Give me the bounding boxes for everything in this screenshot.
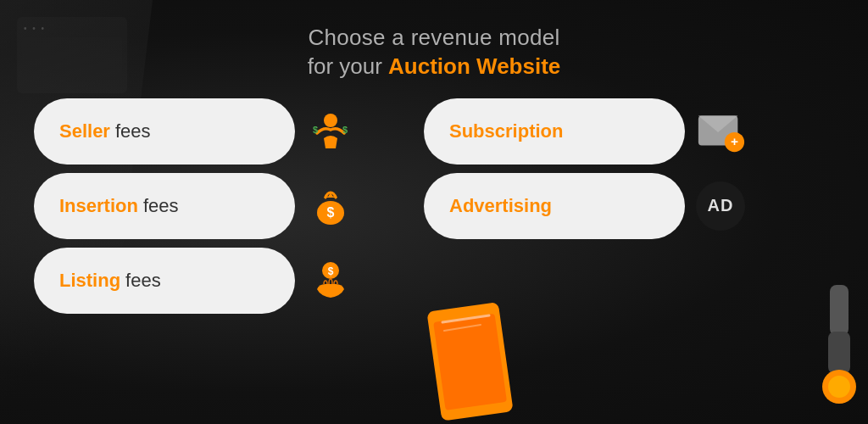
- svg-rect-15: [828, 332, 850, 374]
- robot-decoration: [796, 285, 868, 424]
- svg-text:$: $: [327, 205, 335, 220]
- moneybag-svg: $: [309, 184, 353, 228]
- subscription-card[interactable]: Subscription: [424, 98, 685, 165]
- advertising-card[interactable]: Advertising: [424, 173, 685, 239]
- insertion-text: fees: [143, 195, 179, 217]
- handcoin-svg: $: [309, 259, 353, 303]
- svg-rect-14: [830, 285, 849, 336]
- tablet-svg: [426, 302, 519, 421]
- page-header: Choose a revenue model for your Auction …: [308, 24, 561, 81]
- money-bag-icon: $: [305, 181, 356, 232]
- envelope-svg: +: [695, 107, 746, 156]
- listing-fees-row: Listing fees $: [34, 248, 356, 314]
- svg-point-0: [324, 114, 337, 127]
- advertising-accent: Advertising: [449, 195, 552, 217]
- ad-circle-icon: AD: [695, 181, 746, 232]
- svg-text:$: $: [328, 265, 334, 277]
- svg-text:$: $: [342, 125, 348, 135]
- svg-text:$: $: [313, 125, 318, 135]
- header-highlight: Auction Website: [388, 53, 560, 79]
- seller-fees-card[interactable]: Seller fees: [34, 98, 295, 165]
- seller-fees-row: Seller fees $ $: [34, 98, 356, 165]
- person-svg: $ $: [309, 109, 353, 153]
- listing-text: fees: [125, 270, 161, 292]
- subscription-accent: Subscription: [449, 120, 563, 142]
- svg-rect-11: [433, 314, 507, 410]
- listing-fees-card[interactable]: Listing fees: [34, 248, 295, 314]
- seller-text: fees: [115, 120, 151, 142]
- ad-badge: AD: [696, 181, 745, 231]
- seller-accent: Seller: [59, 120, 110, 142]
- subscription-row: Subscription +: [424, 98, 746, 165]
- header-prefix: for your: [308, 53, 388, 79]
- header-line2: for your Auction Website: [308, 53, 561, 81]
- insertion-accent: Insertion: [59, 195, 138, 217]
- tablet-decoration: [426, 302, 519, 424]
- right-column: Subscription +: [424, 98, 746, 314]
- hand-coin-icon: $: [305, 255, 356, 306]
- listing-accent: Listing: [59, 270, 120, 292]
- insertion-fees-row: Insertion fees $: [34, 173, 356, 239]
- person-money-icon: $ $: [305, 106, 356, 157]
- svg-point-17: [828, 376, 850, 398]
- left-column: Seller fees $ $: [34, 98, 356, 314]
- insertion-fees-card[interactable]: Insertion fees: [34, 173, 295, 239]
- envelope-plus-icon: +: [695, 106, 746, 157]
- advertising-row: Advertising AD: [424, 173, 746, 239]
- robot-svg: [796, 285, 868, 421]
- content-area: Seller fees $ $: [0, 98, 868, 314]
- svg-text:+: +: [731, 134, 738, 148]
- header-line1: Choose a revenue model: [308, 24, 561, 53]
